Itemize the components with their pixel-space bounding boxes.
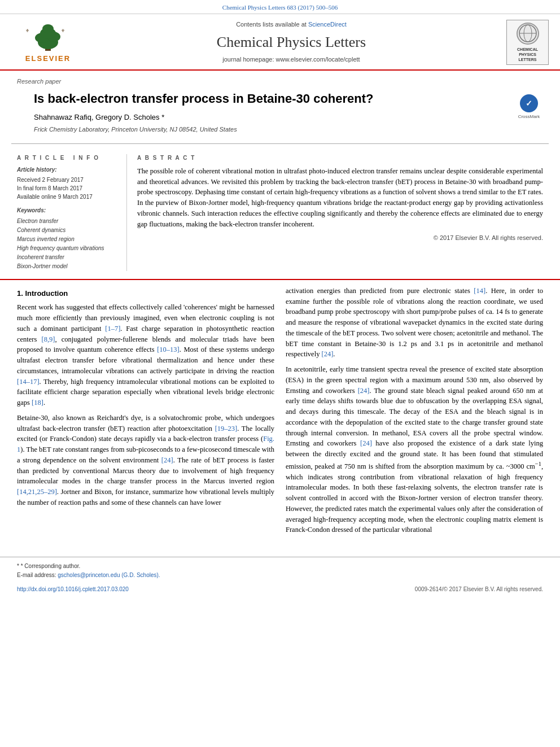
ref-14-29[interactable]: [14,21,25–29]: [17, 488, 57, 496]
article-info-column: A R T I C L E I N F O Article history: R…: [17, 154, 127, 271]
right-para1: activation energies than predicted from …: [286, 286, 543, 360]
history-label: Article history:: [17, 166, 116, 174]
svg-text:⚜: ⚜: [61, 28, 65, 33]
ref-24d[interactable]: [24]: [360, 439, 372, 447]
title-row: Is back-electron transfer process in Bet…: [0, 89, 560, 139]
journal-logo-text: CHEMICALPHYSICSLETTERS: [517, 47, 538, 62]
journal-header: ⚜ ⚜ ELSEVIER Contents lists available at…: [0, 14, 560, 71]
abstract-header: A B S T R A C T: [137, 154, 543, 163]
elsevier-tree-icon: ⚜ ⚜: [23, 21, 73, 52]
body-right-column: activation energies than predicted from …: [286, 286, 543, 540]
doi-link[interactable]: http://dx.doi.org/10.1016/j.cplett.2017.…: [17, 586, 129, 594]
email-note: E-mail address: gscholes@princeton.edu (…: [17, 571, 543, 580]
ref-24c[interactable]: [24]: [358, 387, 370, 395]
body-columns: 1. Introduction Recent work has suggeste…: [17, 286, 543, 540]
ref-24a[interactable]: [24]: [161, 456, 173, 464]
crossmark-area[interactable]: ✓ CrossMark: [515, 89, 543, 120]
corresponding-author-note: * * Corresponding author.: [17, 562, 543, 571]
journal-logo-icon: [517, 23, 539, 45]
ref-14b[interactable]: [14]: [474, 287, 485, 295]
section1-para2: Betaine-30, also known as Reichardt's dy…: [17, 413, 274, 508]
author-affiliation: Frick Chemistry Laboratory, Princeton Un…: [17, 124, 515, 139]
keyword-5: Incoherent transfer: [17, 253, 116, 262]
elsevier-wordmark: ELSEVIER: [25, 54, 71, 64]
authors-line: Shahnawaz Rafiq, Gregory D. Scholes *: [17, 112, 515, 124]
footer-notes: * * Corresponding author. E-mail address…: [0, 557, 560, 582]
keyword-3: Marcus inverted region: [17, 235, 116, 244]
keywords-label: Keywords:: [17, 207, 116, 215]
ref-8-9[interactable]: [8,9]: [42, 335, 55, 343]
article-type: Research paper: [0, 71, 560, 89]
ref-18[interactable]: [18]: [32, 399, 43, 407]
ref-10-13[interactable]: [10–13]: [157, 346, 180, 353]
sciencedirect-line: Contents lists available at ScienceDirec…: [85, 20, 498, 29]
corresponding-star: *: [17, 563, 21, 569]
keyword-6: Bixon-Jortner model: [17, 262, 116, 271]
svg-text:⚜: ⚜: [25, 28, 29, 33]
crossmark-icon: ✓: [520, 94, 538, 112]
elsevier-logo-area: ⚜ ⚜ ELSEVIER: [11, 21, 85, 64]
journal-url: journal homepage: www.elsevier.com/locat…: [85, 55, 498, 64]
issn-copyright: 0009-2614/© 2017 Elsevier B.V. All right…: [415, 586, 543, 594]
divider-1: [11, 143, 549, 144]
email-link[interactable]: gscholes@princeton.edu (G.D. Scholes).: [58, 572, 160, 578]
journal-logo-box: CHEMICALPHYSICSLETTERS: [506, 20, 549, 65]
right-para2: In acetonitrile, early time transient sp…: [286, 364, 543, 535]
journal-title-area: Contents lists available at ScienceDirec…: [85, 20, 498, 64]
received-date: Received 2 February 2017: [17, 176, 116, 184]
journal-bar: Chemical Physics Letters 683 (2017) 500–…: [0, 0, 560, 14]
abstract-column: A B S T R A C T The possible role of coh…: [127, 154, 543, 271]
fig1-link[interactable]: Fig. 1: [17, 435, 274, 453]
these-word: these: [135, 499, 150, 506]
keyword-2: Coherent dynamics: [17, 226, 116, 235]
journal-title: Chemical Physics Letters: [85, 32, 498, 53]
journal-logo-area: CHEMICALPHYSICSLETTERS: [498, 20, 549, 65]
journal-citation: Chemical Physics Letters 683 (2017) 500–…: [222, 4, 338, 11]
article-info-header: A R T I C L E I N F O: [17, 154, 116, 163]
abstract-text: The possible role of coherent vibrationa…: [137, 166, 543, 230]
ref-1-7[interactable]: [1–7]: [105, 325, 120, 333]
final-form-date: In final form 8 March 2017: [17, 184, 116, 193]
article-title: Is back-electron transfer process in Bet…: [17, 89, 515, 113]
keyword-4: High frequency quantum vibrations: [17, 244, 116, 253]
section1-para1: Recent work has suggested that effects c…: [17, 302, 274, 408]
available-date: Available online 9 March 2017: [17, 193, 116, 201]
sciencedirect-link[interactable]: ScienceDirect: [308, 21, 347, 28]
crossmark-label: CrossMark: [518, 113, 540, 120]
ref-14-17[interactable]: [14–17]: [17, 378, 40, 386]
abstract-copyright: © 2017 Elsevier B.V. All rights reserved…: [137, 234, 543, 243]
ref-24b[interactable]: [24]: [322, 350, 334, 358]
keyword-1: Electron transfer: [17, 217, 116, 226]
body-left-column: 1. Introduction Recent work has suggeste…: [17, 286, 274, 540]
main-content: 1. Introduction Recent work has suggeste…: [0, 279, 560, 551]
svg-point-5: [42, 24, 54, 33]
title-content: Is back-electron transfer process in Bet…: [17, 89, 515, 139]
article-info-abstract: A R T I C L E I N F O Article history: R…: [0, 148, 560, 279]
ref-19-23[interactable]: [19–23]: [215, 425, 238, 433]
keywords-section: Keywords: Electron transfer Coherent dyn…: [17, 207, 116, 271]
bottom-bar: http://dx.doi.org/10.1016/j.cplett.2017.…: [0, 582, 560, 596]
section1-title: 1. Introduction: [17, 288, 274, 299]
